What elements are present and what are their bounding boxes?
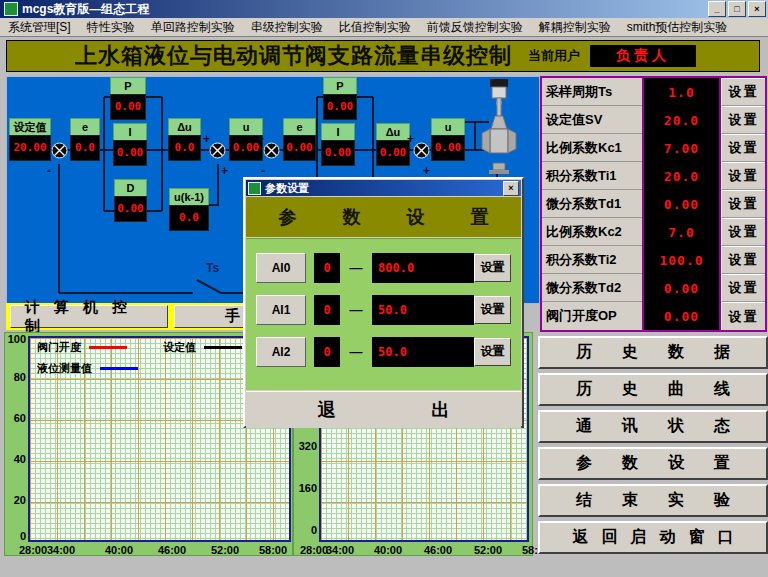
param-set-button[interactable]: 设置 <box>721 162 765 190</box>
plus-sign: + <box>203 133 210 145</box>
param-row: 微分系数Td2 0.00 设置 <box>542 274 765 302</box>
param-set-button[interactable]: 设置 <box>721 274 765 302</box>
ai1-label: AI1 <box>256 295 306 325</box>
ai0-set-button[interactable]: 设置 <box>474 254 511 282</box>
param-value: 20.0 <box>642 162 721 190</box>
legend-line-red <box>89 346 127 349</box>
param-label: 积分系数Ti2 <box>542 246 642 274</box>
param-value: 7.00 <box>642 134 721 162</box>
uk1-block: u(k-1) 0.0 <box>169 188 209 231</box>
sum-junction-3 <box>263 142 280 159</box>
ai-row: AI1 0 — 50.0 设置 <box>256 294 521 325</box>
ai2-set-button[interactable]: 设置 <box>474 338 511 366</box>
menu-characteristic[interactable]: 特性实验 <box>79 17 143 38</box>
param-set-button[interactable]: 设置 <box>721 78 765 106</box>
return-start-window-button[interactable]: 返回启动窗口 <box>538 521 768 554</box>
dialog-close-icon[interactable]: × <box>503 181 519 196</box>
i1-label: I <box>113 123 147 140</box>
param-label: 采样周期Ts <box>542 78 642 106</box>
param-value: 20.0 <box>642 106 721 134</box>
ts-sampling-label: Ts <box>206 261 219 275</box>
app-logo-icon <box>4 2 18 16</box>
dialog-titlebar[interactable]: 参数设置 × <box>246 180 521 196</box>
plus-sign: + <box>407 133 414 145</box>
history-data-button[interactable]: 历史数据 <box>538 336 768 369</box>
du1-block: Δu 0.0 <box>168 118 201 161</box>
chart1-xtick: 40:00 <box>101 544 137 556</box>
range-dash: — <box>344 344 368 359</box>
menu-smith[interactable]: smith预估控制实验 <box>619 17 736 38</box>
i2-block: I 0.00 <box>321 123 355 166</box>
ai1-set-button[interactable]: 设置 <box>474 296 511 324</box>
dialog-header-text: 参数设置 <box>233 205 535 229</box>
param-set-button[interactable]: 设置 <box>721 106 765 134</box>
param-set-button[interactable]: 设置 <box>721 190 765 218</box>
chart2-ytick: 0 <box>295 524 317 536</box>
param-label: 阀门开度OP <box>542 302 642 330</box>
sum-junction-2 <box>209 142 226 159</box>
p1-label: P <box>110 77 146 94</box>
legend-line-blue <box>100 367 138 370</box>
minimize-button[interactable]: _ <box>708 1 726 17</box>
app-window: mcgs教育版—组态工程 _ □ × 系统管理[S] 特性实验 单回路控制实验 … <box>0 0 768 577</box>
action-button-panel: 历史数据 历史曲线 通讯状态 参数设置 结束实验 返回启动窗口 <box>538 336 768 554</box>
ai0-label: AI0 <box>256 253 306 283</box>
d1-block: D 0.00 <box>114 179 147 222</box>
ai1-high-value: 50.0 <box>372 295 474 325</box>
i2-value: 0.00 <box>321 140 355 166</box>
param-set-button[interactable]: 设置 <box>721 302 765 330</box>
param-settings-button[interactable]: 参数设置 <box>538 447 768 480</box>
chart1-ytick: 0 <box>5 530 26 542</box>
plus-sign: + <box>257 133 264 145</box>
chart1-ytick: 80 <box>5 371 26 383</box>
param-set-button[interactable]: 设置 <box>721 218 765 246</box>
menu-decoupling[interactable]: 解耦控制实验 <box>531 17 619 38</box>
error2-label: e <box>283 118 316 135</box>
close-button[interactable]: × <box>748 1 766 17</box>
chart1-xtick: 52:00 <box>207 544 243 556</box>
plus-sign: + <box>423 165 430 177</box>
ai0-low-value: 0 <box>314 253 340 283</box>
du2-block: Δu 0.00 <box>376 123 410 166</box>
chart2-ytick: 160 <box>295 482 317 494</box>
menu-bar: 系统管理[S] 特性实验 单回路控制实验 串级控制实验 比值控制实验 前馈反馈控… <box>0 18 768 37</box>
u2-value: 0.00 <box>431 135 465 161</box>
param-label: 比例系数Kc2 <box>542 218 642 246</box>
param-set-button[interactable]: 设置 <box>721 134 765 162</box>
du1-value: 0.0 <box>168 135 201 161</box>
menu-system[interactable]: 系统管理[S] <box>0 17 79 38</box>
chart1-legend: 阀门开度 设定值 液位测量值 <box>37 340 242 376</box>
chart2-xtick: 46:00 <box>420 544 456 556</box>
computer-control-label: 计算机控制 <box>25 298 167 336</box>
computer-control-button[interactable]: 计算机控制 <box>10 305 168 328</box>
minus-sign: - <box>47 165 51 177</box>
param-row: 微分系数Td1 0.00 设置 <box>542 190 765 218</box>
i1-value: 0.00 <box>113 140 147 166</box>
dialog-title: 参数设置 <box>265 181 309 196</box>
ai-row: AI2 0 — 50.0 设置 <box>256 336 521 367</box>
history-curve-button[interactable]: 历史曲线 <box>538 373 768 406</box>
i1-block: I 0.00 <box>113 123 147 166</box>
p1-block: P 0.00 <box>110 77 146 120</box>
menu-cascade[interactable]: 串级控制实验 <box>243 17 331 38</box>
error1-label: e <box>70 118 100 135</box>
param-label: 积分系数Ti1 <box>542 162 642 190</box>
parameter-panel: 采样周期Ts 1.0 设置 设定值SV 20.0 设置 比例系数Kc1 7.00… <box>540 76 767 332</box>
p2-value: 0.00 <box>323 94 357 120</box>
comm-status-button[interactable]: 通讯状态 <box>538 410 768 443</box>
window-titlebar: mcgs教育版—组态工程 _ □ × <box>0 0 768 18</box>
param-label: 微分系数Td1 <box>542 190 642 218</box>
param-row: 采样周期Ts 1.0 设置 <box>542 78 765 106</box>
restore-button[interactable]: □ <box>728 1 746 17</box>
du2-value: 0.00 <box>376 140 410 166</box>
param-set-button[interactable]: 设置 <box>721 246 765 274</box>
plus-sign: + <box>221 165 228 177</box>
menu-feedforward[interactable]: 前馈反馈控制实验 <box>419 17 531 38</box>
exit-button[interactable]: 退出 <box>222 398 546 422</box>
param-row: 阀门开度OP 0.00 设置 <box>542 302 765 330</box>
menu-single-loop[interactable]: 单回路控制实验 <box>143 17 243 38</box>
ai1-low-value: 0 <box>314 295 340 325</box>
end-experiment-button[interactable]: 结束实验 <box>538 484 768 517</box>
param-row: 比例系数Kc2 7.0 设置 <box>542 218 765 246</box>
menu-ratio[interactable]: 比值控制实验 <box>331 17 419 38</box>
